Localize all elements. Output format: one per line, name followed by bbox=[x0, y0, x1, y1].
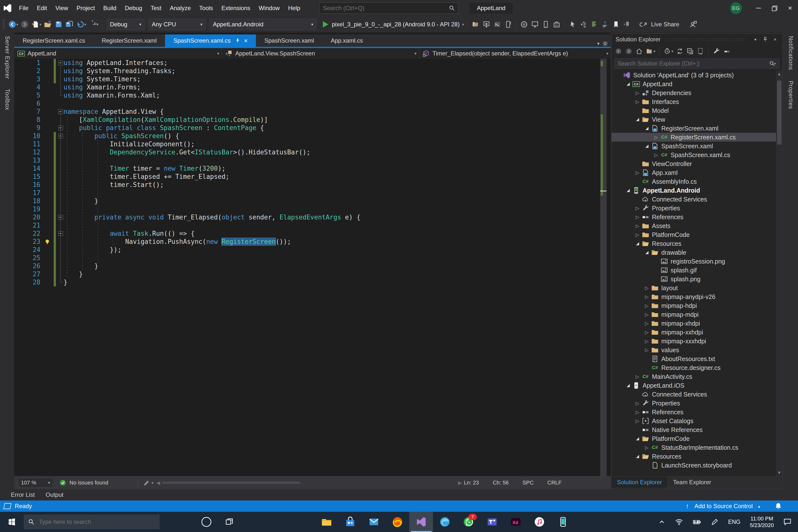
tree-item-dependencies[interactable]: ▷Dependencies bbox=[611, 89, 782, 97]
tree-item-spashscreen-xaml-cs[interactable]: ▷C#SpashScreen.xaml.cs bbox=[611, 151, 782, 159]
save-button[interactable] bbox=[53, 18, 64, 30]
live-share-button[interactable]: Live Share bbox=[640, 20, 679, 28]
profiler-button[interactable] bbox=[519, 18, 530, 30]
tree-item-splash-png[interactable]: splash.png bbox=[611, 274, 782, 284]
collapsed-arrow-icon[interactable]: ▷ bbox=[636, 400, 640, 406]
collapsed-arrow-icon[interactable]: ▷ bbox=[636, 214, 640, 220]
code-line-1[interactable]: 1using AppetLand.Interfaces; bbox=[14, 59, 600, 67]
error-list-tab[interactable]: Error List bbox=[11, 491, 35, 498]
code-line-6[interactable]: 6 bbox=[14, 99, 600, 108]
tree-item-app-xaml[interactable]: ▷App.xaml bbox=[611, 168, 782, 177]
tree-item-resources[interactable]: Resources bbox=[611, 239, 782, 248]
zoom-level-combo[interactable]: 107 %▾ bbox=[18, 478, 53, 488]
expanded-arrow-icon[interactable] bbox=[636, 455, 639, 458]
window-position-icon[interactable]: ▾ bbox=[750, 37, 760, 42]
task-view-icon[interactable] bbox=[225, 518, 233, 526]
open-file-button[interactable] bbox=[42, 18, 53, 30]
prev-bookmark-button[interactable] bbox=[622, 18, 632, 30]
collapsed-arrow-icon[interactable]: ▷ bbox=[645, 445, 649, 451]
dropdown-caret-icon[interactable]: ▾ bbox=[97, 22, 98, 27]
run-target-button[interactable]: pixel_3_pie_9_0_-_api_28 (Android 9.0 - … bbox=[332, 21, 460, 28]
battery-icon[interactable] bbox=[692, 517, 701, 526]
collapsed-arrow-icon[interactable]: ▷ bbox=[636, 99, 640, 105]
tree-item-aboutresources-txt[interactable]: AboutResources.txt bbox=[611, 355, 782, 363]
tree-item-drawable[interactable]: drawable bbox=[611, 248, 782, 257]
archive-ipa-button[interactable]: IPA bbox=[551, 18, 562, 30]
tab-spashscreen-xaml-cs[interactable]: SpashScreen.xaml.cs× bbox=[165, 35, 256, 47]
code-line-24[interactable]: 24 }); bbox=[14, 246, 600, 254]
feedback-button[interactable] bbox=[689, 20, 698, 28]
save-all-button[interactable] bbox=[64, 18, 75, 30]
pending-changes-filter-button[interactable] bbox=[663, 46, 672, 56]
pen-icon[interactable] bbox=[711, 518, 719, 526]
line-ending-indicator[interactable]: CRLF bbox=[548, 479, 562, 486]
tree-item-registerscreen-xaml-cs[interactable]: ▷C#RegisterScreen.xaml.cs bbox=[611, 133, 782, 141]
menu-item-project[interactable]: Project bbox=[72, 0, 99, 16]
tree-item-connected-services[interactable]: Connected Services bbox=[611, 195, 782, 204]
back-button[interactable] bbox=[613, 46, 623, 56]
collapsed-arrow-icon[interactable]: ▷ bbox=[645, 294, 649, 300]
cortana-icon[interactable] bbox=[202, 517, 211, 527]
code-line-2[interactable]: 2using System.Threading.Tasks; bbox=[14, 67, 600, 75]
menu-item-window[interactable]: Window bbox=[254, 0, 284, 16]
forward-button[interactable] bbox=[624, 46, 634, 56]
menu-item-edit[interactable]: Edit bbox=[33, 0, 51, 16]
collapsed-arrow-icon[interactable]: ▷ bbox=[636, 374, 640, 380]
expanded-arrow-icon[interactable] bbox=[627, 189, 630, 192]
code-editor[interactable]: 1using AppetLand.Interfaces;2using Syste… bbox=[14, 59, 611, 476]
start-button[interactable] bbox=[0, 512, 24, 532]
code-line-25[interactable]: 25 bbox=[14, 254, 600, 262]
hidden-icons-chevron-icon[interactable] bbox=[658, 518, 665, 526]
tree-item-platformcode[interactable]: PlatformCode bbox=[611, 434, 782, 443]
firefox-taskbar-button[interactable] bbox=[386, 512, 409, 532]
document-structure-button[interactable] bbox=[578, 18, 589, 30]
collapsed-arrow-icon[interactable]: ▷ bbox=[645, 303, 649, 309]
quick-search-box[interactable] bbox=[319, 2, 459, 14]
code-line-22[interactable]: 22 await Task.Run(() => { bbox=[14, 230, 600, 238]
minimize-button[interactable] bbox=[751, 0, 766, 16]
device-screen-button[interactable] bbox=[540, 18, 551, 30]
tree-item-mipmap-xxxhdpi[interactable]: ▷mipmap-xxxhdpi bbox=[611, 337, 782, 345]
wifi-icon[interactable] bbox=[675, 518, 683, 526]
code-line-28[interactable]: 28} bbox=[14, 278, 600, 286]
code-line-20[interactable]: 20 private async void Timer_Elapsed(obje… bbox=[14, 213, 600, 222]
menu-item-tools[interactable]: Tools bbox=[195, 0, 217, 16]
expanded-arrow-icon[interactable] bbox=[636, 242, 639, 245]
collapsed-arrow-icon[interactable]: ▷ bbox=[645, 329, 649, 335]
member-dropdown[interactable]: Timer_Elapsed(object sender, ElapsedEven… bbox=[419, 48, 611, 59]
teams-taskbar-button[interactable] bbox=[480, 512, 504, 532]
code-line-15[interactable]: 15 timer.Elapsed += Timer_Elapsed; bbox=[14, 173, 600, 181]
navigate-cursor-button[interactable] bbox=[567, 18, 578, 30]
adobe-xd-taskbar-button[interactable]: Xd bbox=[504, 512, 528, 532]
collapsed-arrow-icon[interactable]: ▷ bbox=[645, 312, 649, 318]
tree-item-properties[interactable]: ▷Properties bbox=[611, 399, 782, 407]
code-line-19[interactable]: 19 bbox=[14, 205, 600, 213]
tree-item-properties[interactable]: ▷Properties bbox=[611, 204, 782, 212]
properties-tab[interactable]: Properties bbox=[787, 81, 794, 109]
startup-project-combo[interactable]: AppetLand.Android▾ bbox=[210, 19, 317, 30]
menu-item-view[interactable]: View bbox=[51, 0, 72, 16]
collapsed-arrow-icon[interactable]: ▷ bbox=[636, 418, 640, 424]
sort-lines-button[interactable] bbox=[589, 18, 600, 30]
whatsapp-taskbar-button[interactable]: 7 bbox=[457, 512, 480, 532]
tree-item-mainactivity-cs[interactable]: ▷C#MainActivity.cs bbox=[611, 372, 782, 381]
refresh-button[interactable] bbox=[675, 46, 685, 56]
close-icon[interactable]: × bbox=[244, 35, 248, 47]
menu-item-analyze[interactable]: Analyze bbox=[166, 0, 195, 16]
code-line-21[interactable]: 21 bbox=[14, 222, 600, 230]
expanded-arrow-icon[interactable] bbox=[627, 384, 630, 387]
horizontal-scrollbar[interactable]: ◀ ▶ bbox=[154, 476, 464, 489]
collapsed-arrow-icon[interactable]: ▷ bbox=[645, 321, 649, 326]
code-line-4[interactable]: 4using Xamarin.Forms; bbox=[14, 83, 600, 91]
tree-item-mipmap-mdpi[interactable]: ▷mipmap-mdpi bbox=[611, 310, 782, 319]
tree-item-splash-gif[interactable]: splash.gif bbox=[611, 266, 782, 274]
tree-item-interfaces[interactable]: ▷Interfaces bbox=[611, 97, 782, 106]
fold-collapse-icon[interactable] bbox=[58, 61, 63, 65]
code-line-8[interactable]: 8 [XamlCompilation(XamlCompilationOption… bbox=[14, 116, 600, 124]
mail-taskbar-button[interactable] bbox=[362, 512, 386, 532]
code-line-26[interactable]: 26 } bbox=[14, 262, 600, 270]
tree-item-native-references[interactable]: Native References bbox=[611, 425, 782, 434]
tab-app-xaml-cs[interactable]: App.xaml.cs bbox=[322, 35, 372, 47]
tree-item-connected-services[interactable]: Connected Services bbox=[611, 390, 782, 399]
close-icon[interactable]: × bbox=[770, 37, 780, 42]
